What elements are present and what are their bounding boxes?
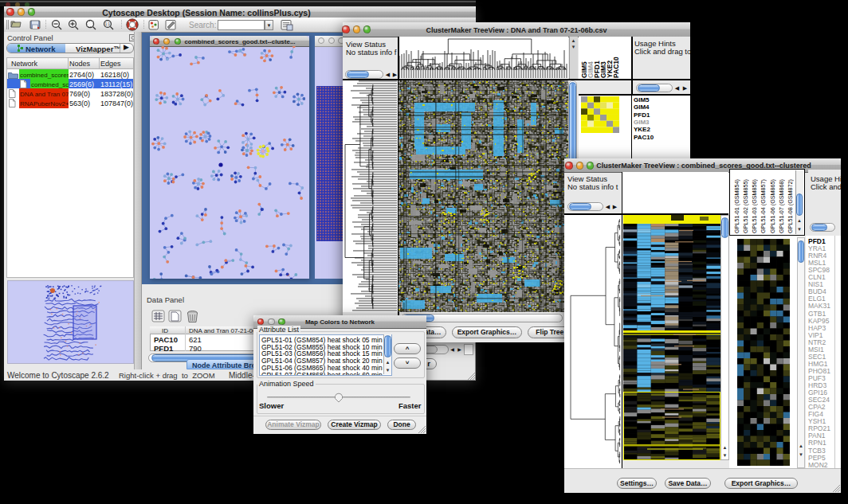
svg-text:1:1: 1:1: [105, 22, 111, 26]
